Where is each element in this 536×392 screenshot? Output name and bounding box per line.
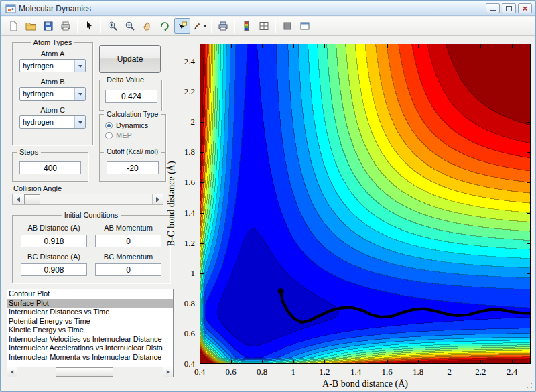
radio-selected-icon [105, 122, 113, 129]
list-item[interactable]: Contour Plot [7, 289, 173, 299]
rotate-3d-icon [159, 21, 170, 31]
chevron-down-icon [74, 88, 85, 100]
minimize-button[interactable] [486, 3, 500, 13]
ab-momentum-input[interactable] [95, 235, 161, 247]
stop-button[interactable] [279, 18, 295, 34]
x-tick-label: 1.4 [350, 367, 361, 377]
colorbar-button[interactable] [239, 18, 255, 34]
subplot-button[interactable] [256, 18, 272, 34]
zoom-out-icon [125, 21, 135, 31]
toolbar-separator [211, 19, 212, 33]
atom-b-value: hydrogen [20, 90, 74, 98]
slider-left-arrow[interactable] [13, 194, 23, 204]
plot-type-listbox[interactable]: Contour PlotSurface PlotInternuclear Dis… [7, 289, 174, 377]
subplot-icon [259, 21, 269, 31]
steps-title: Steps [17, 148, 41, 156]
y-tick-label: 1.6 [184, 177, 195, 188]
list-item[interactable]: Internuclear Momenta vs Internuclear Dis… [7, 353, 173, 363]
bc-distance-input[interactable] [21, 263, 87, 276]
figure-window-icon [299, 21, 310, 31]
ab-distance-label: AB Distance (A) [21, 224, 87, 232]
x-axis-label: A-B bond distance (Å) [322, 379, 408, 389]
list-item[interactable]: Surface Plot [7, 299, 173, 308]
y-tick-label: 1.2 [184, 238, 195, 249]
print-figure-icon [218, 21, 228, 31]
list-item[interactable]: Internuclear Distances vs Time [7, 308, 173, 317]
list-item[interactable]: Kinetic Energy vs Time [7, 326, 173, 335]
close-button[interactable]: × [518, 3, 532, 13]
app-window: Molecular Dynamics × Atom Types Atom A h… [0, 0, 536, 392]
maximize-button[interactable] [502, 3, 516, 13]
figure-window-button[interactable] [297, 18, 313, 34]
delta-value-title: Delta Value [104, 76, 147, 84]
x-tick-label: 0.6 [225, 367, 236, 377]
ab-momentum-label: AB Momentum [95, 224, 161, 232]
list-item[interactable]: Internuclear Velocities vs Internuclear … [7, 335, 173, 344]
y-tick-label: 1.8 [184, 147, 195, 157]
ab-distance-input[interactable] [21, 235, 87, 247]
brush-button[interactable] [192, 18, 208, 34]
collision-angle-slider[interactable] [12, 194, 163, 205]
arrow-right-icon [156, 197, 162, 202]
cutoff-input[interactable] [107, 161, 159, 174]
zoom-out-button[interactable] [122, 18, 138, 34]
y-tick-label: 1 [191, 268, 196, 279]
cursor-button[interactable] [81, 18, 97, 34]
cutoff-panel: Cutoff (Kcal/ mol) [99, 152, 166, 182]
data-cursor-icon [177, 21, 188, 31]
open-file-button[interactable] [23, 18, 39, 34]
delta-value-panel: Delta Value [99, 80, 162, 111]
chevron-down-icon [74, 116, 85, 128]
print-figure-button[interactable] [215, 18, 231, 34]
delta-value-input[interactable] [105, 90, 157, 103]
x-tick-label: 1.6 [381, 367, 392, 377]
toolbar-separator [234, 19, 235, 33]
hscroll-right-arrow[interactable] [163, 367, 173, 377]
list-item[interactable]: Potential Energy vs Time [7, 317, 173, 326]
bc-distance-label: BC Distance (A) [21, 253, 87, 261]
new-file-icon [8, 21, 19, 31]
save-button[interactable] [40, 18, 56, 34]
atom-types-title: Atom Types [31, 38, 75, 46]
chevron-down-icon [74, 60, 85, 72]
radio-mep[interactable]: MEP [105, 131, 165, 139]
y-axis-label: B-C bond distance (Å) [166, 161, 177, 246]
hscroll-thumb[interactable] [56, 367, 113, 377]
list-item[interactable]: Internuclear Accelerations vs Internucle… [7, 344, 173, 353]
chevron-down-icon [203, 25, 207, 29]
update-button[interactable]: Update [99, 45, 161, 73]
print-button[interactable] [58, 18, 74, 34]
contour-plot[interactable] [200, 44, 531, 364]
collision-angle-label: Collision Angle [13, 184, 62, 192]
colorbar-icon [241, 21, 252, 31]
atom-c-select[interactable]: hydrogen [19, 115, 86, 129]
initial-conditions-title: Initial Conditions [62, 211, 121, 219]
atom-a-value: hydrogen [20, 62, 74, 70]
calculation-type-title: Calculation Type [104, 110, 161, 118]
titlebar[interactable]: Molecular Dynamics × [1, 1, 535, 16]
atom-a-select[interactable]: hydrogen [19, 59, 86, 72]
rotate-3d-button[interactable] [157, 18, 173, 34]
radio-dynamics[interactable]: Dynamics [105, 121, 165, 129]
pan-button[interactable] [139, 18, 155, 34]
radio-dynamics-label: Dynamics [116, 121, 148, 129]
cutoff-title: Cutoff (Kcal/ mol) [104, 148, 161, 155]
pan-icon [142, 21, 153, 31]
y-tick-label: 2.4 [184, 56, 195, 67]
list-hscrollbar[interactable] [7, 367, 173, 377]
hscroll-left-arrow[interactable] [7, 367, 17, 377]
zoom-in-button[interactable] [105, 18, 121, 34]
x-tick-label: 2.2 [475, 367, 486, 377]
save-icon [43, 21, 54, 31]
slider-right-arrow[interactable] [152, 194, 163, 204]
app-icon [5, 3, 16, 14]
steps-input[interactable] [19, 161, 81, 174]
slider-thumb[interactable] [24, 194, 40, 204]
resize-grip[interactable] [526, 382, 533, 389]
new-file-button[interactable] [5, 18, 21, 34]
atom-types-panel: Atom Types Atom A hydrogen Atom B hydrog… [12, 42, 93, 145]
x-tick-label: 0.8 [257, 367, 267, 377]
bc-momentum-input[interactable] [95, 263, 161, 276]
data-cursor-button[interactable] [174, 18, 190, 34]
atom-b-select[interactable]: hydrogen [19, 87, 86, 101]
